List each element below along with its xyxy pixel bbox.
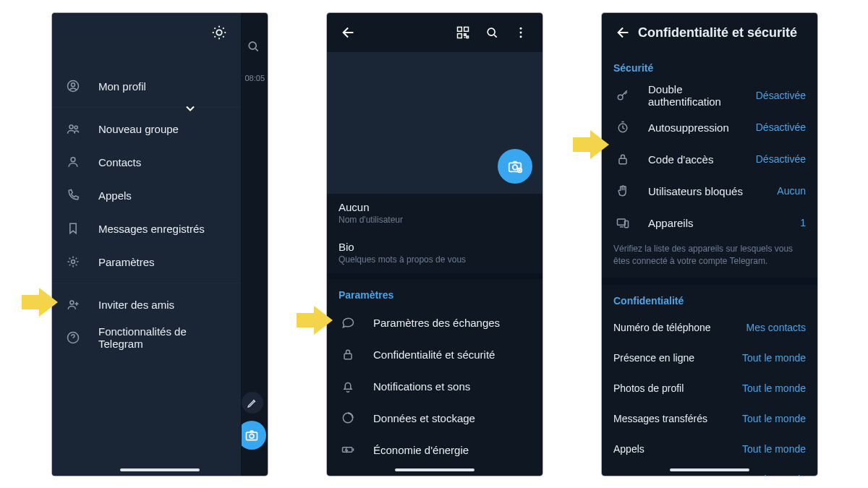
item-value: Tout le monde (742, 413, 806, 424)
hand-icon (613, 184, 632, 198)
search-icon[interactable] (477, 18, 506, 47)
item-value: Tout le monde (742, 443, 806, 455)
menu-new-group[interactable]: Nouveau groupe (52, 112, 241, 145)
item-auto-delete[interactable]: Autosuppression Désactivée (602, 111, 817, 143)
screenshot-settings-root: Aucun Nom d'utilisateur Bio Quelques mot… (327, 13, 542, 476)
item-data-storage[interactable]: Données et stockage (327, 402, 542, 434)
item-value: Tout le monde (742, 352, 806, 364)
svg-point-18 (520, 35, 522, 38)
battery-icon (339, 442, 357, 457)
qr-code-icon[interactable] (448, 18, 477, 47)
item-blocked-users[interactable]: Utilisateurs bloqués Aucun (602, 175, 817, 207)
item-label: Messages vocaux★ (613, 474, 742, 476)
item-label: Photos de profil (613, 382, 742, 394)
item-label: Économie d'énergie (373, 444, 531, 456)
item-value: Tout le monde (742, 474, 806, 476)
item-label: Dossiers (373, 476, 531, 476)
svg-rect-22 (344, 354, 352, 359)
menu-label: Nouveau groupe (98, 123, 229, 135)
item-label: Notifications et sons (373, 380, 531, 393)
svg-point-27 (618, 95, 623, 100)
item-power-saving[interactable]: Économie d'énergie (327, 434, 542, 466)
item-label: Double authentification (648, 83, 756, 108)
callout-arrow-1 (22, 288, 62, 317)
data-usage-icon (339, 411, 357, 425)
theme-toggle-icon[interactable] (205, 18, 234, 47)
compose-fab-icon[interactable] (242, 392, 263, 414)
item-value: Désactivée (756, 153, 806, 165)
user-circle-icon (64, 79, 82, 93)
chat-bubble-icon (339, 315, 357, 330)
bell-icon (339, 379, 357, 393)
item-forwarded-messages[interactable]: Messages transférés Tout le monde (602, 403, 817, 434)
item-passcode[interactable]: Code d'accès Désactivée (602, 143, 817, 175)
item-label: Autosuppression (648, 121, 756, 134)
item-phone-number[interactable]: Numéro de téléphone Mes contacts (602, 312, 817, 343)
svg-rect-31 (625, 221, 629, 228)
username-field[interactable]: Aucun Nom d'utilisateur (327, 194, 542, 234)
item-label: Code d'accès (648, 153, 756, 166)
android-nav-bar (670, 468, 749, 471)
item-devices[interactable]: Appareils 1 (602, 207, 817, 239)
svg-point-17 (520, 32, 522, 34)
menu-label: Appels (98, 189, 229, 202)
item-calls[interactable]: Appels Tout le monde (602, 434, 817, 464)
contact-icon (64, 155, 82, 169)
devices-icon (613, 215, 632, 230)
item-label: Appareils (648, 217, 800, 229)
menu-calls[interactable]: Appels (52, 179, 241, 212)
folder-icon (339, 474, 357, 476)
menu-telegram-features[interactable]: Fonctionnalités de Telegram (52, 321, 241, 354)
svg-point-15 (488, 28, 495, 35)
username-hint: Nom d'utilisateur (339, 215, 531, 225)
item-value: Tout le monde (742, 382, 806, 394)
lock-icon (339, 347, 357, 361)
menu-contacts[interactable]: Contacts (52, 145, 241, 179)
back-button[interactable] (609, 18, 638, 47)
search-icon[interactable] (239, 32, 268, 61)
menu-settings[interactable]: Paramètres (52, 245, 241, 278)
back-button[interactable] (334, 18, 363, 47)
bio-hint: Quelques mots à propos de vous (339, 254, 531, 265)
android-nav-bar (120, 468, 200, 471)
item-label: Numéro de téléphone (613, 322, 746, 333)
item-label: Données et stockage (373, 412, 531, 424)
item-profile-photo[interactable]: Photos de profil Tout le monde (602, 373, 817, 403)
item-last-seen[interactable]: Présence en ligne Tout le monde (602, 343, 817, 373)
bio-field[interactable]: Bio Quelques mots à propos de vous (327, 234, 542, 273)
menu-label: Paramètres (98, 256, 229, 268)
change-photo-button[interactable] (498, 149, 532, 184)
item-label: Présence en ligne (613, 352, 742, 364)
username-value: Aucun (339, 201, 531, 213)
phone-icon (64, 188, 82, 202)
svg-point-2 (216, 30, 221, 35)
menu-my-profile[interactable]: Mon profil (52, 69, 241, 103)
svg-rect-13 (464, 27, 469, 32)
svg-rect-29 (619, 158, 626, 164)
svg-rect-14 (458, 34, 462, 38)
item-label: Messages transférés (613, 413, 742, 424)
item-chat-settings[interactable]: Paramètres des échanges (327, 307, 542, 338)
item-label: Utilisateurs bloqués (648, 185, 777, 197)
bookmark-icon (64, 221, 82, 236)
overflow-menu-icon[interactable] (506, 18, 535, 47)
section-header-settings: Paramètres (327, 279, 542, 307)
item-privacy-security[interactable]: Confidentialité et sécurité (327, 338, 542, 370)
item-label: Paramètres des échanges (373, 317, 531, 329)
svg-point-4 (72, 83, 75, 87)
profile-cover (327, 52, 542, 194)
expand-account-icon[interactable] (176, 94, 205, 123)
menu-label: Inviter des amis (98, 299, 229, 311)
menu-label: Fonctionnalités de Telegram (98, 325, 229, 350)
item-value: Aucun (777, 185, 806, 197)
item-two-factor[interactable]: Double authentification Désactivée (602, 80, 817, 111)
screenshot-drawer-menu: 08:05 Mon profil Nouveau groupe Contact (52, 13, 268, 476)
item-notifications[interactable]: Notifications et sons (327, 370, 542, 402)
menu-saved-messages[interactable]: Messages enregistrés (52, 212, 241, 245)
devices-note: Vérifiez la liste des appareils sur lesq… (602, 239, 817, 278)
camera-fab-icon[interactable] (237, 421, 266, 450)
screenshot-privacy-security: Confidentialité et sécurité Sécurité Dou… (602, 13, 817, 476)
menu-invite-friends[interactable]: Inviter des amis (52, 288, 241, 321)
menu-label: Messages enregistrés (98, 223, 229, 235)
svg-point-1 (250, 434, 254, 438)
